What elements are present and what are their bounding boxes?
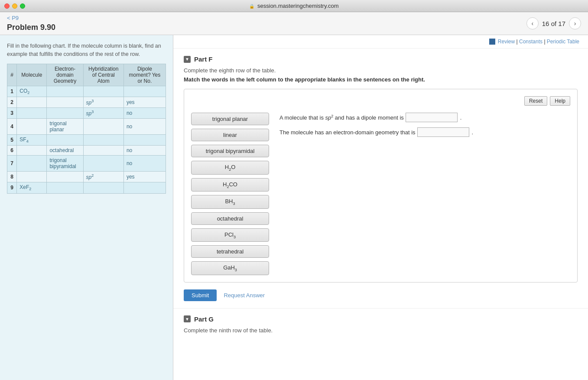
sentence-1-period: . bbox=[460, 114, 462, 121]
lock-icon: 🔒 bbox=[249, 4, 254, 9]
drag-item-gah3[interactable]: GaH3 bbox=[191, 261, 269, 275]
drop-box-2[interactable] bbox=[417, 127, 469, 137]
cell-molecule: SF4 bbox=[17, 134, 47, 145]
drop-sentences-column: A molecule that is sp2 and has a dipole … bbox=[279, 113, 570, 137]
minimize-button[interactable] bbox=[12, 3, 17, 9]
col-molecule: Molecule bbox=[17, 64, 47, 86]
title-bar: 🔒 session.masteringchemistry.com bbox=[0, 0, 588, 12]
drag-item-bh3[interactable]: BH3 bbox=[191, 195, 269, 209]
cell-molecule bbox=[17, 118, 47, 134]
cell-hybrid bbox=[83, 86, 123, 97]
review-bar: Review | Constants | Periodic Table bbox=[173, 35, 588, 49]
part-g-collapse-button[interactable]: ▼ bbox=[184, 315, 191, 322]
part-g-title: Part G bbox=[194, 315, 214, 323]
cell-num: 5 bbox=[7, 134, 17, 145]
cell-dipole bbox=[123, 182, 166, 193]
constants-link[interactable]: Constants bbox=[519, 39, 543, 45]
cell-molecule bbox=[17, 156, 47, 172]
part-f-collapse-button[interactable]: ▼ bbox=[184, 56, 191, 63]
cell-hybrid: sp3 bbox=[83, 107, 123, 118]
right-panel: Review | Constants | Periodic Table ▼ Pa… bbox=[173, 35, 588, 380]
table-row: 3 sp3 no bbox=[7, 107, 166, 118]
reset-button[interactable]: Reset bbox=[524, 96, 547, 106]
drag-item-h2co[interactable]: H2CO bbox=[191, 178, 269, 192]
part-f-instruction: Match the words in the left column to th… bbox=[184, 76, 578, 83]
part-f-header: ▼ Part F bbox=[184, 55, 578, 63]
cell-num: 7 bbox=[7, 156, 17, 172]
match-widget: Reset Help trigonal planar linear trigon… bbox=[184, 89, 578, 283]
cell-dipole bbox=[123, 134, 166, 145]
drag-item-octahedral[interactable]: octahedral bbox=[191, 212, 269, 225]
sentence-1-prefix: A molecule that is sp2 and has a dipole … bbox=[279, 114, 404, 121]
col-num: # bbox=[7, 64, 17, 86]
col-hybrid: Hybridizationof CentralAtom bbox=[83, 64, 123, 86]
review-link[interactable]: Review bbox=[498, 39, 515, 45]
help-button[interactable]: Help bbox=[550, 96, 570, 106]
table-row: 7 trigonalbipyramidal no bbox=[7, 156, 166, 172]
table-row: 4 trigonalplanar no bbox=[7, 118, 166, 134]
cell-edg bbox=[47, 134, 83, 145]
cell-edg: trigonalplanar bbox=[47, 118, 83, 134]
part-g-description: Complete the ninth row of the table. bbox=[184, 327, 578, 334]
next-button[interactable]: › bbox=[569, 17, 581, 29]
cell-molecule: XeF2 bbox=[17, 182, 47, 193]
cell-num: 2 bbox=[7, 97, 17, 107]
part-g-section: ▼ Part G Complete the ninth row of the t… bbox=[173, 308, 588, 343]
submit-row: Submit Request Answer bbox=[184, 289, 578, 301]
prev-button[interactable]: ‹ bbox=[526, 17, 539, 29]
cell-molecule bbox=[17, 107, 47, 118]
cell-dipole: no bbox=[123, 107, 166, 118]
sentence-2-period: . bbox=[472, 129, 474, 136]
review-square-icon bbox=[489, 39, 495, 45]
main-layout: Fill in the following chart. If the mole… bbox=[0, 35, 588, 380]
cell-hybrid bbox=[83, 146, 123, 156]
drag-item-trigonal-planar[interactable]: trigonal planar bbox=[191, 113, 269, 125]
sentence-1: A molecule that is sp2 and has a dipole … bbox=[279, 113, 570, 122]
table-row: 5 SF4 bbox=[7, 134, 166, 145]
part-g-header: ▼ Part G bbox=[184, 315, 578, 323]
chart-table: # Molecule Electron-domainGeometry Hybri… bbox=[7, 64, 166, 194]
request-answer-link[interactable]: Request Answer bbox=[224, 292, 265, 299]
cell-num: 1 bbox=[7, 86, 17, 97]
cell-hybrid: sp2 bbox=[83, 172, 123, 182]
cell-edg: octahedral bbox=[47, 146, 83, 156]
cell-num: 3 bbox=[7, 107, 17, 118]
cell-dipole: yes bbox=[123, 97, 166, 107]
table-row: 6 octahedral no bbox=[7, 146, 166, 156]
maximize-button[interactable] bbox=[20, 3, 25, 9]
nav-controls: ‹ 16 of 17 › bbox=[526, 17, 581, 29]
back-link[interactable]: < P9 bbox=[7, 15, 55, 21]
cell-hybrid: sp3 bbox=[83, 97, 123, 107]
table-row: 1 CO2 bbox=[7, 86, 166, 97]
cell-hybrid bbox=[83, 134, 123, 145]
drag-item-linear[interactable]: linear bbox=[191, 129, 269, 141]
table-row: 9 XeF2 bbox=[7, 182, 166, 193]
cell-edg bbox=[47, 172, 83, 182]
match-content: trigonal planar linear trigonal bipyrami… bbox=[191, 113, 570, 275]
periodic-table-link[interactable]: Periodic Table bbox=[547, 39, 579, 45]
col-edg: Electron-domainGeometry bbox=[47, 64, 83, 86]
cell-edg bbox=[47, 97, 83, 107]
submit-button[interactable]: Submit bbox=[184, 289, 217, 301]
cell-edg bbox=[47, 86, 83, 97]
cell-dipole: no bbox=[123, 146, 166, 156]
problem-title: Problem 9.90 bbox=[7, 23, 55, 32]
review-label: Review | Constants | Periodic Table bbox=[498, 39, 579, 45]
part-f-title: Part F bbox=[194, 55, 213, 63]
table-row: 8 sp2 yes bbox=[7, 172, 166, 182]
cell-dipole bbox=[123, 86, 166, 97]
left-panel: Fill in the following chart. If the mole… bbox=[0, 35, 173, 380]
cell-edg: trigonalbipyramidal bbox=[47, 156, 83, 172]
drag-item-pcl3[interactable]: PCl3 bbox=[191, 228, 269, 242]
close-button[interactable] bbox=[4, 3, 10, 9]
col-dipole: Dipolemoment? Yesor No. bbox=[123, 64, 166, 86]
table-row: 2 sp3 yes bbox=[7, 97, 166, 107]
drag-item-tetrahedral[interactable]: tetrahedral bbox=[191, 245, 269, 258]
cell-num: 8 bbox=[7, 172, 17, 182]
match-toolbar: Reset Help bbox=[191, 96, 570, 106]
drag-item-trigonal-bipyramidal[interactable]: trigonal bipyramidal bbox=[191, 145, 269, 157]
drag-item-h2o[interactable]: H2O bbox=[191, 161, 269, 175]
cell-molecule bbox=[17, 97, 47, 107]
drop-box-1[interactable] bbox=[406, 113, 458, 122]
cell-edg bbox=[47, 182, 83, 193]
